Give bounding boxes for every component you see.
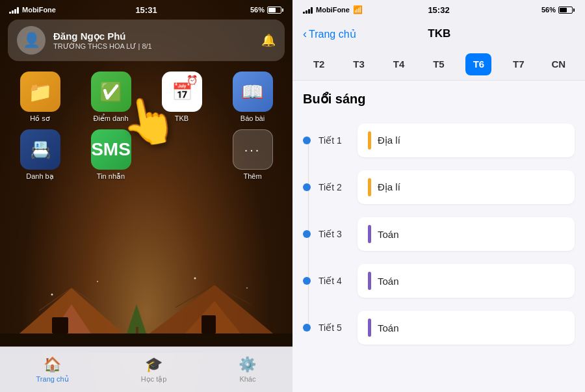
dot-3 <box>303 230 311 238</box>
user-icon: 👤 <box>23 32 40 49</box>
study-icon: 🎓 <box>145 356 162 373</box>
status-bar-left: MobiFone 15:31 56% <box>0 0 292 20</box>
schedule-list: Tiết 1 Địa lí Tiết 2 Địa lí Tiết 3 <box>303 117 575 351</box>
app-item-danh-ba[interactable]: 📇 Danh bạ <box>8 129 72 181</box>
signal-icon-right <box>303 6 313 14</box>
nav-hoc-tap-label: Học tập <box>141 375 167 384</box>
section-title: Buổi sáng <box>303 91 575 107</box>
time-left: 15:31 <box>135 5 157 15</box>
subject-card-1[interactable]: Địa lí <box>358 124 575 157</box>
profile-info: Đăng Ngọc Phú TRƯỜNG THCS HOA LƯ | 8/1 <box>53 31 254 51</box>
avatar: 👤 <box>17 26 46 55</box>
top-nav-right: ‹ Trang chủ TKB <box>292 20 585 48</box>
danh-ba-icon: 📇 <box>20 129 60 170</box>
danh-ba-label: Danh bạ <box>26 172 53 181</box>
app-item-ho-so[interactable]: 📁 Hồ sơ <box>8 72 72 123</box>
subject-card-4[interactable]: Toán <box>358 264 575 298</box>
right-phone-screen: MobiFone 📶 15:32 56% ‹ Trang chủ TKB T2 … <box>292 0 585 392</box>
battery-icon-left <box>267 7 283 14</box>
tiet-3-label: Tiết 3 <box>318 229 350 239</box>
carrier-left: MobiFone <box>22 6 56 14</box>
tab-t3[interactable]: T3 <box>346 53 372 75</box>
tent-decoration <box>0 268 292 353</box>
color-bar-1 <box>368 131 371 150</box>
tin-nhan-label: Tin nhắn <box>97 172 125 181</box>
dot-2 <box>303 183 311 191</box>
them-label: Thêm <box>243 172 261 180</box>
them-icon: ··· <box>233 129 273 170</box>
subject-name-1: Địa lí <box>378 135 400 146</box>
tiet-5-label: Tiết 5 <box>318 322 350 333</box>
svg-rect-3 <box>52 317 68 333</box>
color-bar-2 <box>368 178 371 196</box>
battery-percent-right: 56% <box>541 6 556 14</box>
bao-bai-icon: 📖 <box>233 72 273 112</box>
back-button[interactable]: ‹ Trang chủ <box>303 27 356 41</box>
nav-khac[interactable]: ⚙️ Khác <box>239 356 256 383</box>
tab-cn[interactable]: CN <box>545 53 571 75</box>
subject-card-3[interactable]: Toán <box>358 217 575 251</box>
bell-icon[interactable]: 🔔 <box>261 33 276 47</box>
tab-t6[interactable]: T6 <box>465 53 491 75</box>
schedule-row-4: Tiết 4 Toán <box>303 257 575 304</box>
subject-name-2: Địa lí <box>378 181 400 193</box>
tiet-4-label: Tiết 4 <box>318 276 350 286</box>
back-chevron-icon: ‹ <box>303 27 307 41</box>
subject-name-5: Toán <box>378 322 399 333</box>
app-item-bao-bai[interactable]: 📖 Báo bài <box>220 72 285 123</box>
nav-khac-label: Khác <box>239 375 255 383</box>
color-bar-4 <box>368 272 371 290</box>
color-bar-3 <box>368 225 371 243</box>
bottom-nav-left: 🏠 Trang chủ 🎓 Học tập ⚙️ Khác <box>0 346 292 392</box>
schedule-row-3: Tiết 3 Toán <box>303 211 575 257</box>
subject-name-4: Toán <box>378 276 399 287</box>
battery-area-right: 56% <box>541 6 575 14</box>
app-item-them[interactable]: ··· Thêm <box>220 129 285 181</box>
nav-trang-chu[interactable]: 🏠 Trang chủ <box>36 356 69 384</box>
ho-so-label: Hồ sơ <box>30 114 50 123</box>
svg-rect-12 <box>136 327 138 333</box>
tiet-1-label: Tiết 1 <box>318 135 350 146</box>
battery-percent-left: 56% <box>250 6 265 14</box>
nav-trang-chu-label: Trang chủ <box>36 375 69 384</box>
wifi-icon-right: 📶 <box>353 5 363 14</box>
tab-t7[interactable]: T7 <box>506 53 532 75</box>
signal-icon <box>9 6 19 14</box>
tab-t5[interactable]: T5 <box>426 53 452 75</box>
nav-hoc-tap[interactable]: 🎓 Học tập <box>141 356 167 384</box>
profile-name: Đăng Ngọc Phú <box>53 31 254 42</box>
time-right: 15:32 <box>428 5 449 15</box>
schedule-content: Buổi sáng Tiết 1 Địa lí Tiết 2 Địa lí <box>292 81 585 392</box>
carrier-right: MobiFone 📶 <box>303 5 363 14</box>
schedule-row-1: Tiết 1 Địa lí <box>303 117 575 164</box>
dot-1 <box>303 137 311 144</box>
carrier-time-left: MobiFone <box>9 6 56 14</box>
bao-bai-label: Báo bài <box>240 114 265 122</box>
page-title: TKB <box>356 27 523 40</box>
carrier-name-right: MobiFone <box>316 6 350 14</box>
back-label: Trang chủ <box>309 28 356 40</box>
tab-t4[interactable]: T4 <box>386 53 412 75</box>
hand-cursor: 👆 <box>116 90 181 152</box>
subject-name-3: Toán <box>378 229 399 240</box>
svg-point-14 <box>97 281 98 282</box>
dot-5 <box>303 324 311 332</box>
status-bar-right: MobiFone 📶 15:32 56% <box>292 0 585 20</box>
home-icon: 🏠 <box>44 356 61 373</box>
tiet-2-label: Tiết 2 <box>318 182 350 192</box>
ho-so-icon: 📁 <box>20 72 60 112</box>
svg-rect-8 <box>202 315 216 333</box>
subject-card-5[interactable]: Toán <box>358 311 575 345</box>
settings-icon: ⚙️ <box>239 356 256 373</box>
dot-4 <box>303 277 311 285</box>
color-bar-5 <box>368 319 371 337</box>
subject-card-2[interactable]: Địa lí <box>358 170 575 204</box>
tab-t2[interactable]: T2 <box>306 53 332 75</box>
schedule-row-2: Tiết 2 Địa lí <box>303 164 575 211</box>
svg-point-15 <box>194 278 196 280</box>
svg-point-16 <box>246 287 248 289</box>
left-phone-screen: MobiFone 15:31 56% 👤 Đăng Ngọc Phú TRƯỜN… <box>0 0 292 392</box>
profile-bar[interactable]: 👤 Đăng Ngọc Phú TRƯỜNG THCS HOA LƯ | 8/1… <box>8 20 285 61</box>
svg-point-13 <box>51 294 53 296</box>
schedule-row-5: Tiết 5 Toán <box>303 304 575 351</box>
